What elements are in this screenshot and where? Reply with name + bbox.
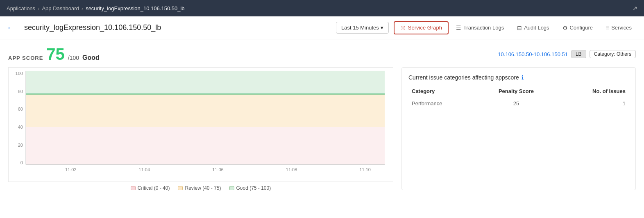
svg-text:20: 20: [18, 143, 23, 148]
app-score-status: Good: [82, 54, 100, 61]
audit-logs-icon: ⊟: [517, 25, 522, 31]
svg-text:40: 40: [18, 125, 23, 129]
tab-services-label: Services: [611, 25, 632, 31]
breadcrumb: Applications › App Dashboard › security_…: [7, 5, 185, 11]
svg-text:0: 0: [20, 160, 23, 165]
tab-audit-logs-label: Audit Logs: [524, 25, 549, 31]
app-score-value: 75: [46, 46, 65, 62]
lb-badge: LB: [571, 50, 586, 58]
svg-text:11:06: 11:06: [212, 167, 223, 172]
time-selector-label: Last 15 Minutes: [341, 25, 379, 31]
main-content: APP SCORE 75 /100 Good 10.106.150.50-10.…: [0, 39, 644, 198]
score-row: APP SCORE 75 /100 Good 10.106.150.50-10.…: [8, 46, 636, 62]
tab-service-graph-label: Service Graph: [408, 25, 442, 31]
score-right: 10.106.150.50-10.106.150.51 LB Category:…: [498, 50, 636, 58]
services-icon: ≡: [606, 25, 609, 31]
svg-text:11:04: 11:04: [139, 167, 150, 172]
legend-critical: Critical (0 - 40): [131, 185, 170, 191]
tab-transaction-logs[interactable]: ☰ Transaction Logs: [450, 22, 510, 34]
breadcrumb-current: security_logExpression_10.106.150.50_lb: [86, 5, 184, 11]
navbar-actions: Last 15 Minutes ▾ ⛭ Service Graph ☰ Tran…: [336, 21, 637, 34]
chart-review-zone: [26, 94, 385, 127]
nav-divider: [19, 22, 19, 34]
breadcrumb-applications[interactable]: Applications: [7, 5, 35, 11]
legend-good: Good (75 - 100): [229, 185, 271, 191]
legend-good-dot: [229, 186, 234, 190]
breadcrumb-sep-2: ›: [82, 5, 83, 11]
panel-table-body: Performance 25 1: [408, 97, 629, 110]
svg-text:100: 100: [16, 71, 23, 76]
back-button[interactable]: ←: [7, 23, 15, 32]
col-issues: No. of Issues: [555, 86, 629, 97]
col-penalty: Penalty Score: [477, 86, 555, 97]
legend-good-label: Good (75 - 100): [236, 185, 271, 191]
time-selector[interactable]: Last 15 Minutes ▾: [336, 22, 389, 34]
breadcrumb-sep-1: ›: [38, 5, 39, 11]
tab-transaction-logs-label: Transaction Logs: [463, 25, 504, 31]
chevron-down-icon: ▾: [381, 25, 383, 31]
app-score-max: /100: [68, 54, 79, 61]
app-score-label: APP SCORE: [8, 55, 43, 61]
panel-table-header: Category Penalty Score No. of Issues: [408, 86, 629, 97]
page-title: security_logExpression_10.106.150.50_lb: [24, 23, 336, 32]
chart-area: 100 80 60 40 20 0: [8, 67, 393, 182]
svg-text:80: 80: [18, 89, 23, 94]
service-graph-icon: ⛭: [400, 25, 406, 31]
tab-service-graph[interactable]: ⛭ Service Graph: [394, 21, 449, 34]
chart-container: 100 80 60 40 20 0: [8, 67, 393, 191]
chart-legend: Critical (0 - 40) Review (40 - 75) Good …: [8, 185, 393, 191]
svg-text:60: 60: [18, 107, 23, 111]
external-link-icon[interactable]: ↗: [633, 5, 637, 11]
svg-text:11:10: 11:10: [359, 167, 370, 172]
chart-svg: 100 80 60 40 20 0: [9, 68, 393, 182]
ip-link[interactable]: 10.106.150.50-10.106.150.51: [498, 51, 568, 57]
tab-services[interactable]: ≡ Services: [600, 22, 637, 34]
topbar: Applications › App Dashboard › security_…: [0, 0, 644, 16]
cell-category: Performance: [408, 97, 477, 110]
right-panel: Current issue categories affecting appsc…: [401, 67, 636, 190]
table-row: Performance 25 1: [408, 97, 629, 110]
category-badge: Category: Others: [590, 50, 636, 58]
chart-critical-zone: [26, 127, 385, 164]
breadcrumb-dashboard[interactable]: App Dashboard: [42, 5, 79, 11]
legend-review: Review (40 - 75): [178, 185, 221, 191]
panel-title: Current issue categories affecting appsc…: [408, 74, 629, 81]
configure-icon: ⚙: [562, 25, 568, 31]
svg-text:11:02: 11:02: [65, 167, 76, 172]
chart-good-zone: [26, 71, 385, 94]
panel-table-header-row: Category Penalty Score No. of Issues: [408, 86, 629, 97]
tab-configure[interactable]: ⚙ Configure: [557, 22, 599, 34]
navbar: ← security_logExpression_10.106.150.50_l…: [0, 16, 644, 39]
panel-title-text: Current issue categories affecting appsc…: [408, 74, 519, 81]
tab-configure-label: Configure: [570, 25, 593, 31]
transaction-logs-icon: ☰: [456, 25, 461, 31]
tab-audit-logs[interactable]: ⊟ Audit Logs: [511, 22, 555, 34]
info-icon[interactable]: ℹ: [522, 74, 524, 81]
legend-critical-label: Critical (0 - 40): [138, 185, 170, 191]
svg-text:11:08: 11:08: [286, 167, 297, 172]
panel-table: Category Penalty Score No. of Issues Per…: [408, 86, 629, 110]
cell-penalty: 25: [477, 97, 555, 110]
legend-review-dot: [178, 186, 183, 190]
legend-review-label: Review (40 - 75): [185, 185, 221, 191]
legend-critical-dot: [131, 186, 136, 190]
content-row: 100 80 60 40 20 0: [8, 67, 636, 191]
score-left: APP SCORE 75 /100 Good: [8, 46, 100, 62]
cell-issues: 1: [555, 97, 629, 110]
col-category: Category: [408, 86, 477, 97]
